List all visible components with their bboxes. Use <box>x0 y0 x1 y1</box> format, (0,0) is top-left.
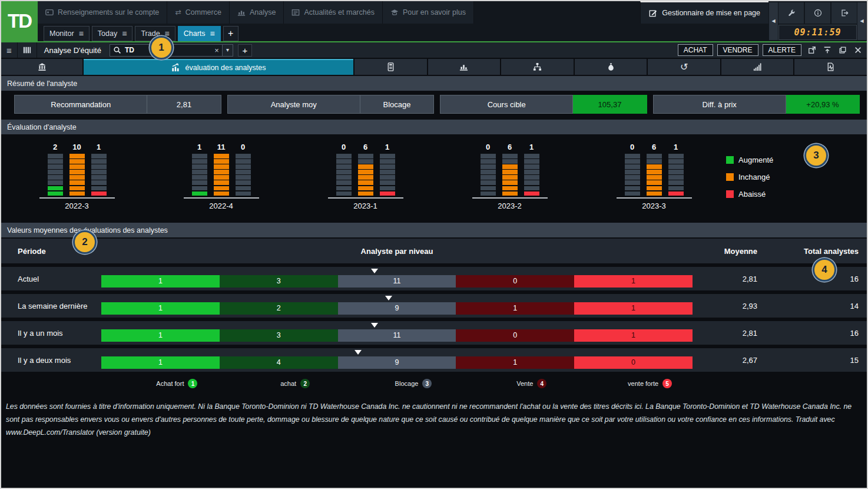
total-cell: 16 <box>757 329 867 338</box>
layout-columns-button[interactable] <box>18 42 37 58</box>
level-legend-item: Vente4 <box>472 376 591 391</box>
ratings-table-body: Actuel1311012,8116La semaine dernière129… <box>1 267 867 372</box>
alert-button[interactable]: ALERTE <box>763 44 801 56</box>
summary-label: Cours cible <box>440 95 573 114</box>
close-window-button[interactable] <box>852 44 864 56</box>
clear-search-icon[interactable]: × <box>214 47 219 54</box>
distribution-segments: 131101 <box>101 275 693 288</box>
chart-segment <box>524 154 539 158</box>
menu-item-2[interactable]: Analyse <box>230 1 284 24</box>
chart-segment <box>647 170 662 174</box>
sell-button[interactable]: VENDRE <box>717 44 758 56</box>
distribution-segment: 1 <box>101 329 220 342</box>
analyst-rating-icon <box>171 63 180 72</box>
chart-segment <box>625 164 640 169</box>
chart-segment <box>647 186 662 191</box>
chart-column <box>48 154 63 196</box>
view-tab-calculator[interactable] <box>355 59 427 75</box>
view-tab-funds[interactable] <box>575 59 647 75</box>
chart-segment <box>668 180 684 185</box>
restore-window-button[interactable] <box>836 44 849 56</box>
buy-button[interactable]: ACHAT <box>678 44 713 56</box>
workspace-tab-monitor[interactable]: Monitor≡ <box>44 26 90 41</box>
section-average-ratings: Valeurs moyennes des évaluations des ana… <box>1 223 867 237</box>
chart-segment <box>380 170 395 174</box>
legend-item: Inchangé <box>726 173 862 181</box>
workspace-tab-label: Monitor <box>49 29 74 38</box>
total-cell: 15 <box>757 356 867 365</box>
chart-segment <box>336 159 352 164</box>
menu-item-1[interactable]: ⇄Commerce <box>167 1 230 24</box>
edit-layout-icon <box>649 9 657 17</box>
chart-segment <box>192 159 207 164</box>
popout-button[interactable] <box>806 44 819 56</box>
workspace-tab-label: Charts <box>184 29 206 38</box>
collapse-left-button[interactable]: ◀ <box>769 2 778 40</box>
view-tab-signals[interactable] <box>721 59 794 75</box>
distribution-segment: 1 <box>456 356 574 369</box>
logout-button[interactable] <box>831 2 857 24</box>
level-label: achat <box>280 380 296 387</box>
chart-segment <box>214 159 229 164</box>
view-tab-strip: évaluation des analystes↺ <box>1 59 867 75</box>
chart-segment <box>502 186 518 191</box>
view-tab-structure[interactable] <box>501 59 574 75</box>
workspace-tab-label: Today <box>98 29 117 38</box>
view-tab-history[interactable]: ↺ <box>648 59 720 75</box>
chart-segment <box>524 186 539 191</box>
hamburger-icon[interactable]: ≡ <box>122 29 127 38</box>
chart-segment <box>668 164 684 169</box>
chart-value: 0 <box>236 143 251 151</box>
add-symbol-button[interactable]: + <box>238 44 252 57</box>
add-workspace-tab-button[interactable]: + <box>223 26 238 41</box>
distribution-segment: 1 <box>101 356 220 369</box>
view-tab-reports[interactable] <box>794 59 867 75</box>
symbol-dropdown-button[interactable]: ▾ <box>223 44 233 57</box>
distribution-segments: 131101 <box>101 329 693 342</box>
workspace-tab-charts[interactable]: Charts≡ <box>178 26 221 41</box>
chart-column <box>502 154 518 196</box>
menu-item-0[interactable]: Renseignements sur le compte <box>38 1 167 24</box>
collapse-top-button[interactable] <box>821 44 834 56</box>
analysis-icon <box>237 8 246 16</box>
chart-group-2022-4: 11102022-4 <box>149 143 293 216</box>
chart-segment <box>481 154 496 158</box>
period-cell: Il y a deux mois <box>1 356 101 365</box>
average-cell: 2,81 <box>693 275 757 283</box>
menu-item-3[interactable]: Actualités et marchés <box>284 1 383 24</box>
legend-label: Abaissé <box>738 190 766 199</box>
distribution-segment: 1 <box>101 302 220 315</box>
menu-item-4[interactable]: Pour en savoir plus <box>383 1 474 24</box>
chart-segment <box>524 159 539 164</box>
chart-segment <box>192 154 207 158</box>
settings-button[interactable] <box>778 2 804 24</box>
window-menu-button[interactable]: ≡ <box>1 42 18 58</box>
layout-manager-button[interactable]: Gestionnaire de mise en page <box>640 1 768 24</box>
chart-value: 1 <box>668 143 684 151</box>
chart-segment <box>236 164 251 169</box>
chart-column <box>481 154 496 196</box>
view-tab-analyst-ratings[interactable]: évaluation des analystes <box>84 59 353 75</box>
view-tab-charting[interactable] <box>428 59 501 75</box>
level-rank-badge: 1 <box>188 379 197 388</box>
chart-values-row: 061 <box>336 143 395 151</box>
hamburger-icon[interactable]: ≡ <box>79 29 84 38</box>
learn-icon <box>390 8 399 16</box>
chart-segment <box>91 154 107 158</box>
info-button[interactable] <box>805 2 830 24</box>
summary-label: Diff. à prix <box>653 95 786 114</box>
legend-label: Augmenté <box>738 156 773 164</box>
table-row: La semaine dernière129112,9314 <box>1 294 867 318</box>
summary-value: +20,93 % <box>786 95 860 114</box>
chart-column <box>647 154 662 196</box>
hamburger-icon[interactable]: ≡ <box>210 29 215 38</box>
chart-segment <box>502 154 518 158</box>
workspace-tab-today[interactable]: Today≡ <box>92 26 133 41</box>
view-tab-bank[interactable] <box>1 59 82 75</box>
collapse-left-icon: ◀ <box>771 19 775 24</box>
annotation-3: 3 <box>804 144 828 167</box>
collapse-right-button[interactable]: ◀ <box>857 2 866 40</box>
chart-segment <box>524 175 539 180</box>
app-window: TD Renseignements sur le compte⇄Commerce… <box>0 0 868 489</box>
summary-value: 105,37 <box>573 95 647 114</box>
